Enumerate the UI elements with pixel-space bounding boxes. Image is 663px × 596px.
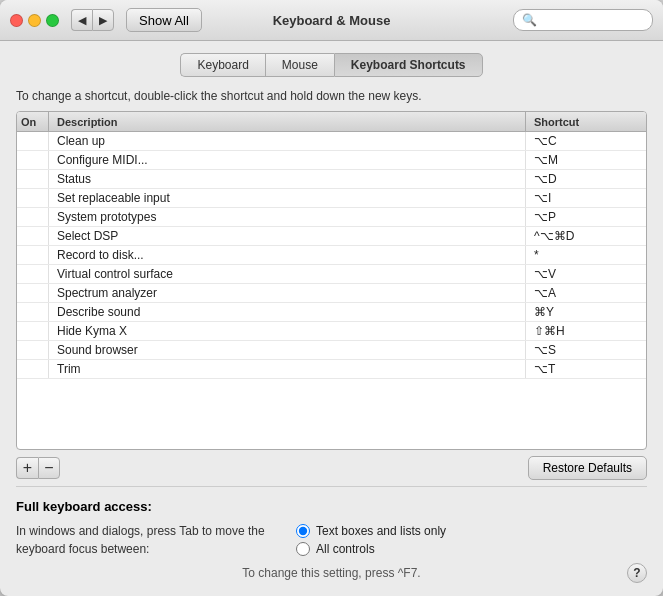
radio-all-controls-label: All controls [316, 542, 375, 556]
radio-all-controls-input[interactable] [296, 542, 310, 556]
table-row[interactable]: Clean up⌥C [17, 132, 646, 151]
cell-on [17, 227, 49, 245]
cell-description: Describe sound [49, 303, 526, 321]
cell-shortcut: ⌥A [526, 284, 646, 302]
cell-shortcut: ⌥S [526, 341, 646, 359]
radio-options: Text boxes and lists only All controls [296, 522, 446, 556]
maximize-button[interactable] [46, 14, 59, 27]
cell-shortcut: ⌥V [526, 265, 646, 283]
cell-description: Select DSP [49, 227, 526, 245]
cell-description: System prototypes [49, 208, 526, 226]
table-row[interactable]: Virtual control surface⌥V [17, 265, 646, 284]
restore-defaults-button[interactable]: Restore Defaults [528, 456, 647, 480]
cell-on [17, 246, 49, 264]
radio-text-boxes-label: Text boxes and lists only [316, 524, 446, 538]
table-row[interactable]: System prototypes⌥P [17, 208, 646, 227]
cell-shortcut: ⌥I [526, 189, 646, 207]
keyboard-access-description: In windows and dialogs, press Tab to mov… [16, 522, 276, 558]
show-all-button[interactable]: Show All [126, 8, 202, 32]
table-row[interactable]: Set replaceable input⌥I [17, 189, 646, 208]
cell-on [17, 341, 49, 359]
keyboard-access-section: Full keyboard access: In windows and dia… [16, 486, 647, 584]
table-row[interactable]: Sound browser⌥S [17, 341, 646, 360]
window-title: Keyboard & Mouse [273, 13, 391, 28]
cell-on [17, 265, 49, 283]
cell-description: Virtual control surface [49, 265, 526, 283]
radio-all-controls[interactable]: All controls [296, 542, 446, 556]
table-row[interactable]: Spectrum analyzer⌥A [17, 284, 646, 303]
cell-on [17, 284, 49, 302]
forward-button[interactable]: ▶ [92, 9, 114, 31]
radio-text-boxes[interactable]: Text boxes and lists only [296, 524, 446, 538]
back-button[interactable]: ◀ [71, 9, 92, 31]
tab-keyboard[interactable]: Keyboard [180, 53, 264, 77]
nav-buttons: ◀ ▶ [71, 9, 114, 31]
traffic-lights [10, 14, 59, 27]
tab-keyboard-shortcuts[interactable]: Keyboard Shortcuts [334, 53, 483, 77]
cell-description: Sound browser [49, 341, 526, 359]
search-box[interactable]: 🔍 [513, 9, 653, 31]
table-row[interactable]: Trim⌥T [17, 360, 646, 379]
bottom-bar: + − Restore Defaults [16, 450, 647, 486]
cell-description: Hide Kyma X [49, 322, 526, 340]
table-row[interactable]: Status⌥D [17, 170, 646, 189]
search-icon: 🔍 [522, 13, 537, 27]
cell-description: Set replaceable input [49, 189, 526, 207]
instruction-text: To change a shortcut, double-click the s… [16, 89, 647, 103]
cell-description: Record to disk... [49, 246, 526, 264]
add-remove-buttons: + − [16, 457, 60, 479]
minimize-button[interactable] [28, 14, 41, 27]
cell-shortcut: ⌥P [526, 208, 646, 226]
add-shortcut-button[interactable]: + [16, 457, 38, 479]
cell-on [17, 170, 49, 188]
cell-shortcut: ^⌥⌘D [526, 227, 646, 245]
table-header: On Description Shortcut [17, 112, 646, 132]
content-area: Keyboard Mouse Keyboard Shortcuts To cha… [0, 41, 663, 596]
cell-on [17, 360, 49, 378]
table-row[interactable]: Configure MIDI...⌥M [17, 151, 646, 170]
cell-shortcut: ⌥D [526, 170, 646, 188]
cell-on [17, 189, 49, 207]
title-bar: ◀ ▶ Show All Keyboard & Mouse 🔍 [0, 0, 663, 41]
main-window: ◀ ▶ Show All Keyboard & Mouse 🔍 Keyboard… [0, 0, 663, 596]
cell-description: Trim [49, 360, 526, 378]
table-row[interactable]: Hide Kyma X⇧⌘H [17, 322, 646, 341]
cell-description: Clean up [49, 132, 526, 150]
cell-on [17, 322, 49, 340]
hint-row: To change this setting, press ^F7. ? [16, 558, 647, 584]
cell-on [17, 151, 49, 169]
col-on-header: On [17, 112, 49, 131]
table-body: Clean up⌥CConfigure MIDI...⌥MStatus⌥DSet… [17, 132, 646, 449]
cell-shortcut: ⌥M [526, 151, 646, 169]
tab-mouse[interactable]: Mouse [265, 53, 334, 77]
table-row[interactable]: Record to disk...* [17, 246, 646, 265]
table-row[interactable]: Select DSP^⌥⌘D [17, 227, 646, 246]
keyboard-access-title: Full keyboard access: [16, 499, 647, 514]
cell-shortcut: ⇧⌘H [526, 322, 646, 340]
cell-shortcut: ⌘Y [526, 303, 646, 321]
remove-shortcut-button[interactable]: − [38, 457, 60, 479]
cell-shortcut: ⌥T [526, 360, 646, 378]
radio-text-boxes-input[interactable] [296, 524, 310, 538]
col-description-header: Description [49, 112, 526, 131]
cell-description: Configure MIDI... [49, 151, 526, 169]
cell-description: Spectrum analyzer [49, 284, 526, 302]
hint-text: To change this setting, press ^F7. [242, 566, 420, 580]
shortcuts-table: On Description Shortcut Clean up⌥CConfig… [16, 111, 647, 450]
cell-description: Status [49, 170, 526, 188]
close-button[interactable] [10, 14, 23, 27]
cell-on [17, 132, 49, 150]
cell-shortcut: * [526, 246, 646, 264]
table-row[interactable]: Describe sound⌘Y [17, 303, 646, 322]
cell-shortcut: ⌥C [526, 132, 646, 150]
col-shortcut-header: Shortcut [526, 112, 646, 131]
cell-on [17, 303, 49, 321]
tab-bar: Keyboard Mouse Keyboard Shortcuts [16, 53, 647, 77]
keyboard-access-row: In windows and dialogs, press Tab to mov… [16, 522, 647, 558]
help-button[interactable]: ? [627, 563, 647, 583]
search-input[interactable] [541, 13, 644, 27]
cell-on [17, 208, 49, 226]
